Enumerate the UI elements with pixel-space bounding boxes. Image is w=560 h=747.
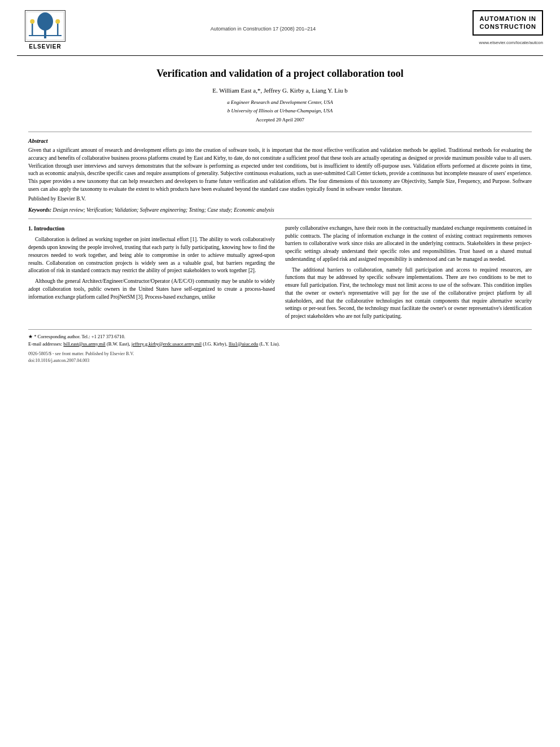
abstract-text: Given that a significant amount of resea… [28,147,532,194]
authors-text: E. William East a,*, Jeffrey G. Kirby a,… [212,87,348,94]
section1-right-para2: The additional barriers to collaboration… [285,267,532,321]
footnote-email3-name: (L.Y. Liu). [259,341,279,347]
journal-title: Automation in Construction 17 (2008) 201… [73,26,453,32]
footnote-email2-name: (J.G. Kirby), [203,341,227,347]
page-footer: 0926-5805/$ - see front matter. Publishe… [0,347,560,364]
keywords-line: Keywords: Design review; Verification; V… [28,207,532,213]
svg-rect-5 [57,23,59,35]
two-column-layout: 1. Introduction Collaboration is defined… [28,225,532,324]
section1-para1: Collaboration is defined as working toge… [28,236,275,275]
article-title: Verification and validation of a project… [28,67,532,80]
elsevier-wordmark: ELSEVIER [29,43,61,50]
email-label: E-mail addresses: [28,341,62,347]
header-center: Automation in Construction 17 (2008) 201… [73,10,453,32]
svg-rect-7 [29,35,62,36]
automation-title-line2: CONSTRUCTION [479,23,536,30]
automation-box: AUTOMATION IN CONSTRUCTION [473,10,543,36]
section1-right-para1: purely collaborative exchanges, have the… [285,225,532,264]
footnote-star: ★ [28,334,34,339]
keywords-text: Design review; Verification; Validation;… [53,207,274,213]
section1-heading: 1. Introduction [28,225,275,233]
footnotes: ★ * Corresponding author. Tel.: +1 217 3… [0,330,560,348]
svg-point-2 [37,12,53,30]
elsevier-logo: ELSEVIER [17,10,73,50]
svg-point-6 [55,19,60,24]
article-content: Verification and validation of a project… [0,67,560,324]
accepted-date: Accepted 20 April 2007 [28,117,532,123]
authors: E. William East a,*, Jeffrey G. Kirby a,… [28,87,532,94]
svg-point-4 [30,19,34,24]
column-left: 1. Introduction Collaboration is defined… [28,225,275,324]
header-right: AUTOMATION IN CONSTRUCTION www.elsevier.… [453,10,543,45]
footnote-emails: E-mail addresses: bill.east@us.army.mil … [28,340,532,348]
elsevier-logo-box [25,10,65,42]
svg-rect-3 [32,23,33,35]
abstract-section: Abstract Given that a significant amount… [28,138,532,202]
column-right: purely collaborative exchanges, have the… [285,225,532,324]
footnote-email2[interactable]: jeffrey.g.kirby@erdc.usace.army.mil [132,341,202,347]
published-by: Published by Elsevier B.V. [28,196,532,202]
abstract-label: Abstract [28,138,532,144]
section1-heading-text: 1. Introduction [28,225,64,231]
header-divider [17,55,543,56]
footnote-email1[interactable]: bill.east@us.army.mil [63,341,106,347]
section1-para2: Although the general Architect/Engineer/… [28,278,275,301]
footnote-corresponding: ★ * Corresponding author. Tel.: +1 217 3… [28,333,532,340]
affiliation-b: b University of Illinois at Urbana-Champ… [28,107,532,115]
automation-title-line1: AUTOMATION IN [479,15,536,23]
footnote-email1-name: (B.W. East), [107,341,130,347]
website-url: www.elsevier.com/locate/autcon [479,40,543,45]
header: ELSEVIER Automation in Construction 17 (… [0,0,560,50]
abstract-divider-top [28,132,532,132]
section-divider [28,219,532,219]
footnote-corresponding-text: * Corresponding author. Tel.: +1 217 373… [34,334,125,339]
affiliation-a: a Engineer Research and Development Cent… [28,98,532,106]
page: ELSEVIER Automation in Construction 17 (… [0,0,560,747]
keywords-label: Keywords: [28,207,51,213]
footer-doi: doi:10.1016/j.autcon.2007.04.003 [28,357,532,364]
footer-issn: 0926-5805/$ - see front matter. Publishe… [28,351,532,357]
footnote-email3[interactable]: lliu1@uiuc.edu [229,341,258,347]
affiliations: a Engineer Research and Development Cent… [28,98,532,115]
